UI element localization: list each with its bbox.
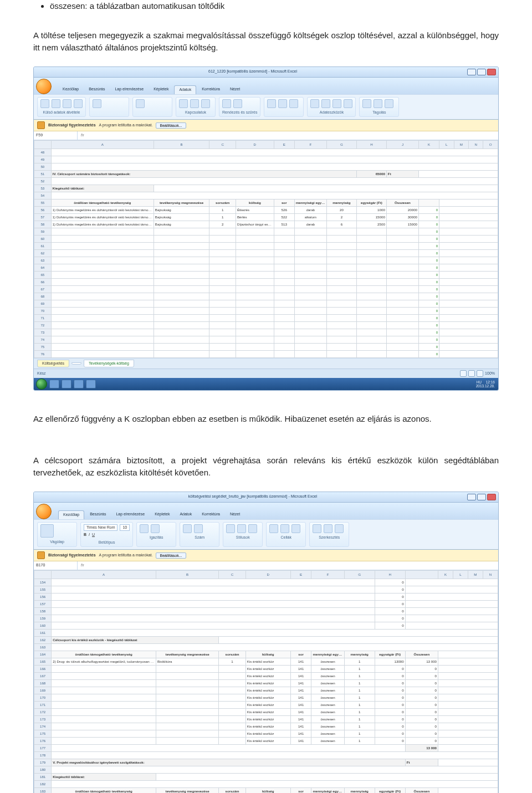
ribbon-tab[interactable]: Adatok — [175, 510, 196, 519]
ribbon-item-icon[interactable] — [267, 99, 276, 108]
ribbon-item-icon[interactable] — [201, 99, 210, 108]
taskbar-ie-icon[interactable] — [49, 380, 59, 388]
formula-bar[interactable] — [87, 134, 498, 136]
ribbon-item-icon[interactable] — [226, 524, 235, 533]
minimize-button[interactable] — [467, 69, 476, 75]
ribbon-group-label: Cellák — [269, 535, 303, 541]
page-break-view-icon[interactable] — [477, 370, 483, 377]
shield-icon — [37, 121, 45, 129]
ribbon-tab[interactable]: Adatok — [174, 85, 196, 94]
bold-button[interactable]: B — [84, 532, 86, 538]
worksheet-grid[interactable]: ABCDEFGHKLMN1540155015601570158015901600… — [34, 570, 498, 794]
taskbar-app-icon[interactable] — [86, 380, 96, 388]
sheet-tab[interactable]: Költségvetés — [37, 360, 69, 368]
ribbon-group-label: Stílusok — [226, 535, 259, 541]
security-options-button[interactable]: Beállítások... — [156, 122, 186, 129]
office-button[interactable] — [36, 79, 52, 94]
clock-date: 2013.12.28. — [476, 384, 495, 388]
formula-bar[interactable] — [87, 564, 498, 566]
sheet-tab[interactable] — [71, 362, 81, 365]
ribbon-group: Kapcsolatok — [176, 97, 216, 117]
ribbon-item-icon[interactable] — [63, 99, 71, 108]
ribbon-item-icon[interactable] — [190, 99, 199, 108]
ribbon-item-icon[interactable] — [140, 524, 149, 533]
ribbon-tab[interactable]: Nézet — [226, 510, 244, 519]
ribbon-item-icon[interactable] — [291, 524, 300, 533]
zoom-controls[interactable]: 100% — [460, 370, 495, 377]
ribbon-item-icon[interactable] — [269, 524, 278, 533]
taskbar-clock[interactable]: HU 12:16 2013.12.28. — [476, 380, 496, 388]
ribbon-item-icon[interactable] — [93, 99, 101, 108]
maximize-button[interactable] — [477, 494, 486, 500]
ribbon-item-icon[interactable] — [136, 99, 145, 108]
ribbon-item-icon[interactable] — [374, 99, 382, 108]
page-layout-view-icon[interactable] — [468, 370, 475, 377]
ribbon-tab[interactable]: Képletek — [149, 85, 173, 94]
close-button[interactable] — [487, 494, 496, 500]
ribbon-tab[interactable]: Lap elrendezése — [110, 85, 148, 94]
ribbon-item-icon[interactable] — [183, 524, 192, 533]
ribbon-item-icon[interactable] — [40, 99, 49, 108]
italic-button[interactable]: I — [89, 532, 90, 538]
ribbon-item-icon[interactable] — [222, 99, 231, 108]
sheet-tab[interactable]: Tevékenységek-költség — [84, 360, 134, 368]
minimize-button[interactable] — [467, 494, 476, 500]
ribbon-item-icon[interactable] — [233, 99, 242, 108]
ribbon-tab[interactable]: Korrektúra — [197, 510, 224, 519]
ribbon-item-icon[interactable] — [248, 524, 257, 533]
paste-icon[interactable] — [40, 524, 54, 538]
ribbon-item-icon[interactable] — [335, 524, 344, 533]
fx-icon[interactable]: fx — [78, 562, 87, 569]
ribbon-item-icon[interactable] — [362, 99, 371, 108]
ribbon-item-icon[interactable] — [313, 524, 321, 533]
name-box[interactable]: B170 — [34, 561, 78, 570]
ribbon-item-icon[interactable] — [324, 524, 332, 533]
ribbon-group — [264, 97, 304, 117]
ribbon-tab[interactable]: Nézet — [226, 85, 244, 94]
ribbon-item-icon[interactable] — [179, 99, 188, 108]
underline-button[interactable]: U — [92, 532, 95, 538]
ribbon-tab[interactable]: Kezdőlap — [58, 85, 83, 94]
zoom-level: 100% — [485, 371, 495, 377]
ribbon-tab[interactable]: Korrektúra — [197, 85, 224, 94]
ribbon-tab[interactable]: Beszúrás — [84, 85, 109, 94]
ribbon-item-icon[interactable] — [321, 99, 330, 108]
maximize-button[interactable] — [477, 69, 486, 75]
fx-icon[interactable]: fx — [78, 132, 87, 139]
ribbon-group: Tagolás — [359, 97, 399, 117]
ribbon-item-icon[interactable] — [74, 99, 83, 108]
taskbar-app-icon[interactable] — [74, 380, 84, 388]
ribbon-tab[interactable]: Kezdőlap — [58, 510, 84, 519]
ribbon-item-icon[interactable] — [280, 524, 289, 533]
ribbon-item-icon[interactable] — [237, 524, 246, 533]
security-options-button[interactable]: Beállítások... — [156, 552, 186, 559]
ribbon-item-icon[interactable] — [289, 99, 298, 108]
ribbon-item-icon[interactable] — [344, 99, 352, 108]
ribbon-group-label: Kapcsolatok — [179, 110, 212, 116]
ribbon: Külső adatok átvételeKapcsolatokRendezés… — [34, 94, 498, 120]
ribbon-item-icon[interactable] — [151, 524, 160, 533]
office-button[interactable] — [36, 504, 52, 519]
ribbon-tab[interactable]: Képletek — [150, 510, 174, 519]
worksheet-grid[interactable]: ABCDEFGHJKLMNO48495051IV. Célcsoport szá… — [34, 140, 498, 358]
ribbon-item-icon[interactable] — [385, 99, 393, 108]
font-family-select[interactable]: Times New Rom — [84, 524, 117, 531]
ribbon-group-label: Szám — [183, 535, 216, 541]
ribbon-group: Adateszközök — [307, 97, 356, 117]
close-button[interactable] — [487, 69, 496, 75]
ribbon-item-icon[interactable] — [310, 99, 319, 108]
ribbon-group — [132, 97, 172, 117]
ribbon-tab[interactable]: Lap elrendezése — [111, 510, 149, 519]
name-box[interactable]: F59 — [34, 131, 78, 140]
ribbon-tab[interactable]: Beszúrás — [85, 510, 110, 519]
ribbon-item-icon[interactable] — [332, 99, 341, 108]
font-size-select[interactable]: 10 — [120, 524, 130, 531]
ribbon-item-icon[interactable] — [194, 524, 203, 533]
ribbon-item-icon[interactable] — [52, 99, 60, 108]
ribbon-item-icon[interactable] — [278, 99, 287, 108]
start-button[interactable] — [36, 378, 47, 390]
paragraph-2: Az ellenőrző függvény a K oszlopban ebbe… — [33, 413, 499, 426]
normal-view-icon[interactable] — [460, 370, 467, 377]
taskbar-explorer-icon[interactable] — [62, 380, 71, 388]
ribbon-tabs: KezdőlapBeszúrásLap elrendezéseKépletekA… — [55, 510, 248, 519]
